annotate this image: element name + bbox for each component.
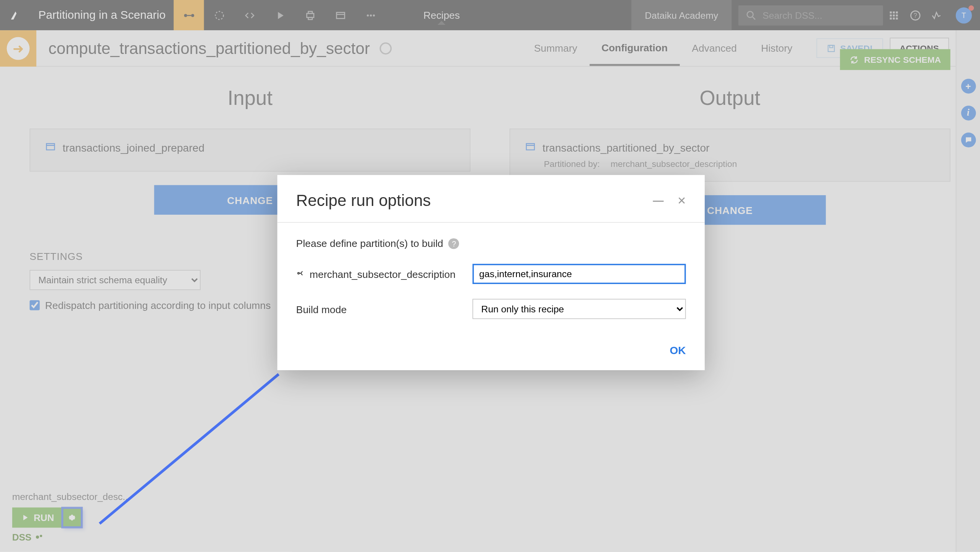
svg-point-34 bbox=[298, 272, 299, 274]
modal-title: Recipe run options bbox=[296, 191, 431, 210]
run-options-modal: Recipe run options — ✕ Please define par… bbox=[277, 175, 704, 370]
build-mode-label: Build mode bbox=[296, 303, 347, 315]
help-icon[interactable]: ? bbox=[449, 238, 459, 249]
modal-close-icon[interactable]: ✕ bbox=[677, 194, 686, 207]
modal-hint: Please define partition(s) to build bbox=[296, 238, 443, 249]
modal-minimize-icon[interactable]: — bbox=[653, 194, 663, 207]
partition-value-input[interactable] bbox=[472, 264, 686, 284]
branch-icon bbox=[296, 268, 306, 280]
partition-dimension-label: merchant_subsector_description bbox=[310, 268, 456, 280]
ok-button[interactable]: OK bbox=[670, 345, 686, 357]
build-mode-select[interactable]: Run only this recipe bbox=[472, 299, 686, 319]
